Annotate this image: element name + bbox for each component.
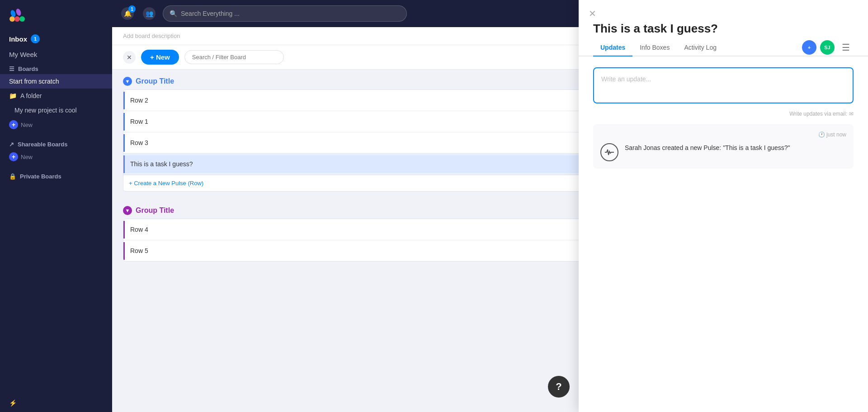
panel-close-icon: ✕ [589,8,596,19]
bolt-icon: ⚡ [9,399,17,407]
panel-tabs: Updates Info Boxes Activity Log + SJ ☰ [579,39,868,56]
email-hint-text: Write updates via email: [789,111,847,117]
shareable-boards-label: Shareable Boards [18,141,68,148]
inbox-label: Inbox [9,35,27,43]
create-row-label: + Create a New Pulse (Row) [129,180,203,187]
private-boards-label: Private Boards [20,173,61,180]
folder-icon: 📁 [9,92,17,99]
lock-icon: 🔒 [9,173,16,180]
notifications-icon[interactable]: 🔔 1 [121,7,134,20]
search-filter-input[interactable] [184,50,284,64]
avatar-plus-icon[interactable]: + [802,40,816,55]
svg-point-3 [10,9,17,18]
activity-text: Sarah Jonas created a new Pulse: "This i… [625,143,790,153]
activity-content: Sarah Jonas created a new Pulse: "This i… [600,143,846,161]
monday-logo-icon [9,7,25,23]
sidebar-new-btn-1[interactable]: + New [0,117,112,132]
notification-badge: 1 [128,5,136,13]
activity-item: 🕐 just now Sarah Jonas created a new Pul… [593,124,854,169]
plus-circle-icon-2: + [9,152,18,161]
activity-pulse-icon [600,143,618,161]
sidebar: Inbox 1 My Week ☰ Boards Start from scra… [0,0,112,412]
activity-timestamp: 🕐 just now [818,131,846,138]
update-input-placeholder: Write an update... [601,75,651,83]
clock-icon: 🕐 [818,131,825,138]
task-panel: ✕ This is a task I guess? Updates Info B… [579,0,868,412]
svg-point-2 [19,16,25,22]
my-week-label: My Week [9,51,37,58]
search-bar[interactable]: 🔍 Search Everything ... [163,5,407,22]
folder-label: A folder [20,92,42,99]
sidebar-item-project[interactable]: My new project is cool [0,103,112,117]
project-label: My new project is cool [14,107,77,114]
group-2-title: Group Title [136,206,174,215]
help-label: ? [556,381,561,393]
avatar-sj: SJ [820,40,835,55]
group-1-title: Group Title [136,77,174,85]
people-icon[interactable]: 👥 [143,7,156,20]
boards-label: Boards [18,66,38,72]
svg-point-0 [9,16,15,22]
group-2-chevron[interactable]: ▼ [123,206,132,215]
panel-tab-info-boxes[interactable]: Info Boxes [632,39,677,56]
panel-title: This is a task I guess? [579,0,868,39]
panel-menu-icon[interactable]: ☰ [838,40,854,55]
help-button[interactable]: ? [548,376,570,398]
activity-header: 🕐 just now [600,131,846,140]
sidebar-boards-section: ☰ Boards [0,62,112,74]
close-x-button[interactable]: ✕ [123,51,136,64]
sidebar-logo [0,0,112,31]
sidebar-item-folder[interactable]: 📁 A folder [0,89,112,103]
main-content: 🔔 1 👥 🔍 Search Everything ... Add board … [112,0,868,412]
sidebar-private-section: 🔒 Private Boards [0,169,112,182]
panel-tab-right: + SJ ☰ [802,40,854,55]
new-label-1: New [21,122,33,128]
new-label-2: New [21,154,33,160]
panel-tab-activity-log[interactable]: Activity Log [677,39,724,56]
sidebar-inbox-row[interactable]: Inbox 1 [0,31,112,47]
search-icon: 🔍 [170,10,177,17]
sidebar-item-start-from-scratch[interactable]: Start from scratch [0,74,112,89]
svg-point-4 [15,8,22,16]
update-input-box[interactable]: Write an update... [593,67,854,103]
timestamp-text: just now [826,131,846,138]
start-from-scratch-label: Start from scratch [9,78,59,85]
new-button[interactable]: + New [141,50,179,65]
sidebar-new-btn-2[interactable]: + New [0,150,112,164]
boards-icon: ☰ [9,66,14,72]
panel-tab-updates[interactable]: Updates [593,39,632,56]
search-placeholder-text: Search Everything ... [181,10,240,17]
email-update-hint: Write updates via email: ✉ [593,111,854,117]
share-icon: ↗ [9,141,14,148]
board-description[interactable]: Add board description [123,33,180,39]
sidebar-footer[interactable]: ⚡ [0,394,112,412]
sidebar-my-week[interactable]: My Week [0,47,112,62]
plus-circle-icon-1: + [9,120,18,129]
sidebar-shareable-section: ↗ Shareable Boards [0,137,112,150]
svg-point-1 [14,16,20,22]
group-1-chevron[interactable]: ▼ [123,77,132,86]
inbox-badge: 1 [31,34,40,43]
panel-body: Write an update... Write updates via ema… [579,56,868,412]
email-icon: ✉ [849,111,854,117]
panel-close-button[interactable]: ✕ [586,7,599,20]
